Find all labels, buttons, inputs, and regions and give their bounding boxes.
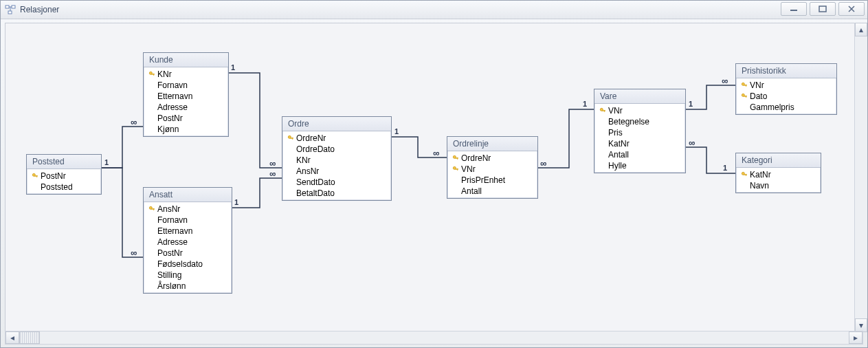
field-name: Betegnelse [608,117,649,127]
field-row[interactable]: Poststed [27,182,101,193]
horizontal-scrollbar[interactable]: ◂ ▸ [5,331,863,345]
svg-rect-28 [746,85,746,87]
field-row[interactable]: Pris [594,127,685,138]
vertical-scrollbar[interactable]: ▴ ▾ [854,23,867,332]
svg-rect-16 [292,138,293,140]
field-row[interactable]: PostNr [27,171,101,182]
field-row[interactable]: VNr [594,105,685,116]
card-ordrelinje-in1: ∞ [433,148,438,158]
table-kategori[interactable]: KategoriKatNrNavn [735,153,821,193]
svg-rect-19 [457,157,458,160]
scroll-right-button[interactable]: ▸ [849,331,863,344]
field-name: Navn [750,181,769,191]
table-prishistorikk[interactable]: PrishistorikkVNrDatoGammelpris [735,63,837,115]
field-row[interactable]: KNr [144,69,228,80]
field-row[interactable]: Stilling [144,270,232,281]
window-title: Relasjoner [20,5,59,14]
field-row[interactable]: BetaltDato [282,188,391,199]
field-row[interactable]: Dato [736,91,836,102]
field-row[interactable]: SendtDato [282,177,391,188]
field-row[interactable]: Hylle [594,160,685,171]
titlebar[interactable]: Relasjoner [1,1,867,19]
field-row[interactable]: Årslønn [144,281,232,292]
field-row[interactable]: Antall [447,186,537,197]
field-name: Fornavn [157,215,188,225]
field-name: VNr [750,80,764,90]
scroll-down-button[interactable]: ▾ [855,318,867,332]
table-header[interactable]: Vare [594,89,685,104]
field-row[interactable]: AnsNr [144,204,232,215]
table-ordrelinje[interactable]: OrdrelinjeOrdreNrVNrPrisPrEnhetAntall [447,136,538,199]
card-ordre-out: 1 [394,127,399,135]
field-row[interactable]: KatNr [594,138,685,149]
table-header[interactable]: Ansatt [144,188,232,202]
table-ansatt[interactable]: AnsattAnsNrFornavnEtternavnAdressePostNr… [143,187,232,294]
field-row[interactable]: VNr [447,164,537,175]
card-ordre-in2: ∞ [269,168,274,179]
svg-rect-34 [746,174,746,176]
field-row[interactable]: Adresse [144,237,232,248]
table-kunde[interactable]: KundeKNrFornavnEtternavnAdressePostNrKjø… [143,52,229,137]
field-row[interactable]: Etternavn [144,226,232,237]
table-ordre[interactable]: OrdreOrdreNrOrdreDatoKNrAnsNrSendtDatoBe… [282,116,392,201]
table-header[interactable]: Ordrelinje [447,137,537,151]
primary-key-icon [597,107,608,114]
field-name: PrisPrEnhet [461,175,505,185]
table-body: VNrBetegnelsePrisKatNrAntallHylle [594,104,685,173]
primary-key-icon [450,166,461,173]
table-poststed[interactable]: PoststedPostNrPoststed [26,154,102,195]
field-row[interactable]: KNr [282,155,391,166]
field-row[interactable]: Betegnelse [594,116,685,127]
field-name: Fornavn [157,80,188,90]
table-header[interactable]: Poststed [27,155,101,169]
field-row[interactable]: Fornavn [144,215,232,226]
field-row[interactable]: Antall [594,149,685,160]
field-row[interactable]: Fornavn [144,80,228,91]
field-name: Pris [608,128,623,138]
table-body: VNrDatoGammelpris [736,78,836,114]
field-name: Adresse [157,237,188,247]
field-row[interactable]: Navn [736,180,821,191]
field-row[interactable]: Gammelpris [736,102,836,113]
scroll-up-button[interactable]: ▴ [855,23,867,36]
table-header[interactable]: Kategori [736,153,821,168]
relationships-window: Relasjoner [0,0,868,348]
field-name: VNr [608,106,623,116]
table-vare[interactable]: VareVNrBetegnelsePrisKatNrAntallHylle [594,89,686,173]
field-row[interactable]: Adresse [144,102,228,113]
field-name: Poststed [41,182,73,192]
primary-key-icon [285,135,296,142]
scroll-left-button[interactable]: ◂ [5,331,19,344]
field-row[interactable]: AnsNr [282,166,391,177]
table-header[interactable]: Ordre [282,117,391,131]
field-row[interactable]: OrdreDato [282,144,391,155]
close-button[interactable] [838,2,865,16]
field-row[interactable]: Etternavn [144,91,228,102]
svg-rect-22 [457,168,458,171]
scroll-thumb[interactable] [19,331,40,344]
diagram-canvas[interactable]: 1 ∞ ∞ 1 1 ∞ ∞ 1 ∞ ∞ 1 1 ∞ 1 ∞ PoststedPo… [5,23,863,332]
primary-key-icon [146,71,157,78]
maximize-button[interactable] [810,2,836,16]
primary-key-icon [30,173,41,180]
card-ordre-in1: ∞ [269,158,274,168]
field-name: KatNr [608,139,630,149]
card-poststed-out: 1 [104,158,109,166]
field-row[interactable]: PostNr [144,113,228,124]
field-row[interactable]: KatNr [736,169,821,180]
minimize-button[interactable] [781,2,807,16]
table-header[interactable]: Prishistorikk [736,64,836,78]
table-header[interactable]: Kunde [144,53,228,67]
field-name: Gammelpris [750,102,794,112]
field-row[interactable]: VNr [736,80,836,91]
table-body: OrdreNrVNrPrisPrEnhetAntall [447,151,537,198]
field-row[interactable]: PrisPrEnhet [447,175,537,186]
card-vare-out1: 1 [583,100,587,108]
field-row[interactable]: OrdreNr [447,153,537,164]
field-row[interactable]: Kjønn [144,124,228,135]
primary-key-icon [739,171,750,178]
field-row[interactable]: PostNr [144,248,232,259]
field-row[interactable]: OrdreNr [282,133,391,144]
field-row[interactable]: Fødselsdato [144,259,232,270]
svg-rect-10 [153,74,154,76]
